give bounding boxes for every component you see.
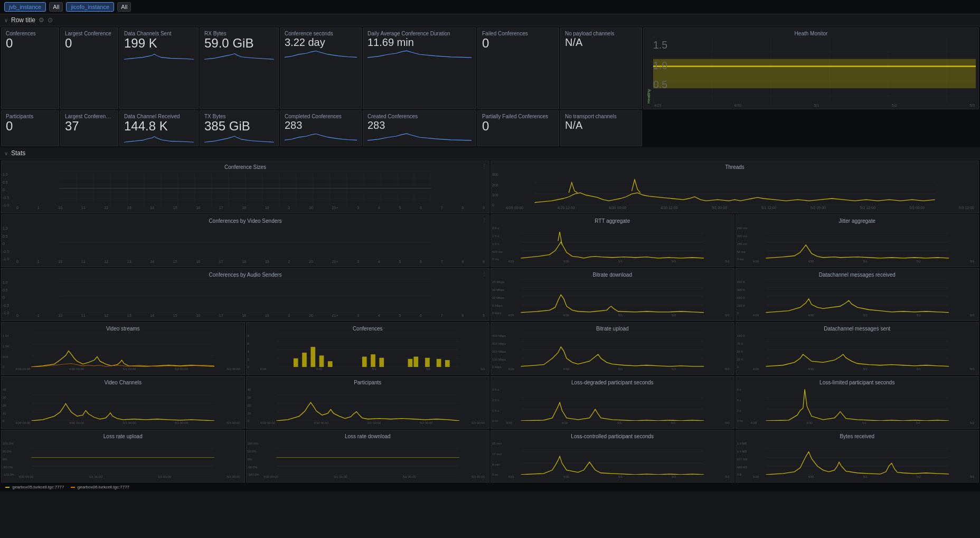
- loss-rate-ul-x-axis: 4/30 00:005/1 00:005/2 00:005/3 00:00: [5, 475, 241, 478]
- threads-x-axis: 4/29 00:004/29 12:004/30 00:004/30 12:00…: [494, 206, 975, 210]
- video-channels-chart: Video Channels 403020100 4/29 00:004/30 …: [1, 376, 245, 429]
- row-info-icon[interactable]: ⊙: [48, 16, 53, 24]
- loss-rate-dl-x-axis: 4/30 00:005/1 00:005/2 00:005/3 00:00: [250, 475, 486, 478]
- jitter-svg: [739, 225, 976, 259]
- video-channels-title: Video Channels: [5, 380, 241, 385]
- jicofo-instance-filter[interactable]: jicofo_instance: [66, 2, 114, 12]
- loss-degraded-y-axis: 3.0 s2.0 s1.0 s0 ns: [492, 388, 499, 422]
- metric-no-transport-channels: No transport channels N/A: [560, 110, 642, 146]
- loss-degraded-svg: [494, 386, 731, 421]
- jitter-chart: Jitter aggregate 200 ms150 ms100 ms50 ms…: [736, 214, 979, 267]
- jvb-instance-filter[interactable]: jvb_instance: [4, 2, 46, 12]
- conferences-time-title: Conferences: [250, 326, 486, 332]
- jitter-title: Jitter aggregate: [739, 218, 976, 224]
- participants-time-y-axis: 403020100: [248, 388, 251, 422]
- jvb-instance-dropdown[interactable]: All: [49, 2, 63, 12]
- loss-degraded-chart: Loss-degraded participant seconds 3.0 s2…: [491, 376, 734, 429]
- metric-completed-conf-label: Completed Conferences: [285, 114, 357, 119]
- video-senders-more-btn[interactable]: ⋮: [482, 217, 487, 223]
- svg-rect-119: [521, 440, 704, 475]
- metric-tx-bytes: TX Bytes 385 GiB: [200, 110, 279, 146]
- metric-no-transport-value: N/A: [565, 119, 637, 131]
- audio-senders-x-axis: 011011121314151617181922021+3456789: [5, 314, 486, 317]
- svg-rect-70: [425, 358, 430, 367]
- metric-data-channels-sent: Data Channels Sent 199 K: [119, 27, 199, 109]
- datachannel-sent-y-axis: 100 K75 K50 K25 K0: [737, 334, 746, 369]
- metric-no-transport-label: No transport channels: [565, 114, 637, 119]
- row-chevron-icon: ∨: [4, 17, 8, 23]
- svg-rect-65: [362, 357, 366, 367]
- bitrate-ul-x-axis: 4/294/305/15/25/3: [494, 367, 731, 371]
- metric-conferences-label: Conferences: [6, 31, 54, 36]
- svg-rect-61: [302, 353, 307, 367]
- video-channels-svg: [5, 386, 241, 421]
- conference-sizes-more-btn[interactable]: ⋮: [482, 163, 487, 169]
- loss-rate-dl-title: Loss rate download: [250, 433, 486, 439]
- metric-participants-value: 0: [6, 119, 54, 133]
- bitrate-ul-y-axis: 400 Mbps300 Mbps200 Mbps100 Mbps0 kbps: [492, 334, 506, 369]
- audio-senders-svg: [5, 279, 486, 313]
- metric-failed-conferences: Failed Conferences 0: [477, 27, 559, 109]
- data-channels-sent-sparkline: [124, 51, 194, 61]
- bytes-received-y-axis: 1.9 MB1.4 MB977 KB488 KB0 B: [737, 442, 748, 476]
- threads-chart: Threads 300 200 100 0: [491, 161, 979, 213]
- participants-time-title: Participants: [250, 380, 486, 385]
- threads-svg: [494, 171, 975, 205]
- conference-sizes-title: Conference Sizes: [5, 164, 486, 170]
- video-senders-svg: [5, 225, 486, 259]
- bitrate-datachannel-row: Bitrate download 25 Mbps20 Mbps10 Mbps5 …: [491, 268, 979, 321]
- metric-partial-fail-label: Partially Failed Conferences: [482, 114, 554, 119]
- legend-dot-2: [71, 487, 75, 488]
- loss-rate-download-chart: Loss rate download 100.0%50.0%0%-50.0%-1…: [246, 430, 490, 483]
- audio-senders-title: Conferences by Audio Senders: [5, 272, 486, 278]
- daily-avg-sparkline: [368, 49, 472, 59]
- loss-limited-chart: Loss-limited participant seconds 6 s4 s2…: [736, 376, 979, 429]
- bytes-received-x-axis: 4/294/305/15/25/3: [739, 475, 976, 478]
- svg-rect-64: [327, 362, 332, 367]
- datachannel-recv-chart: Datachannel messages received 400 K300 K…: [736, 268, 979, 321]
- metric-conf-seconds-label: Conference seconds: [285, 31, 357, 36]
- jicofo-instance-dropdown[interactable]: All: [117, 2, 131, 12]
- conferences-time-svg: [250, 333, 486, 367]
- video-channels-y-axis: 403020100: [3, 388, 6, 422]
- metric-tx-bytes-value: 385 GiB: [204, 119, 274, 133]
- health-monitor-title: Heath Monitor: [646, 31, 976, 36]
- svg-rect-100: [766, 386, 949, 421]
- video-streams-title: Video streams: [5, 326, 241, 332]
- svg-rect-69: [413, 357, 418, 367]
- health-chart-svg: 1.5 1.0 0.5: [653, 36, 976, 103]
- health-x-labels: 4/29 4/30 5/1 5/2 5/3: [653, 103, 976, 107]
- rtt-jitter-row: RTT aggregate 2.0 s1.5 s1.0 s500 ms0 ms: [491, 214, 979, 267]
- audio-senders-more-btn[interactable]: ⋮: [482, 271, 487, 277]
- video-streams-x-axis: 4/29 00:004/30 00:005/1 00:005/2 00:005/…: [5, 367, 241, 371]
- bitrate-dl-title: Bitrate download: [494, 272, 731, 278]
- health-x-label-3: 5/1: [814, 103, 819, 107]
- svg-rect-60: [293, 358, 298, 367]
- video-senders-title: Conferences by Video Senders: [5, 218, 486, 224]
- bitrate-dl-y-axis: 25 Mbps20 Mbps10 Mbps5 Mbps0 kbps: [492, 280, 504, 315]
- audio-senders-y-axis: 1.00.50-0.5-1.0: [3, 280, 9, 315]
- threads-title: Threads: [494, 164, 975, 170]
- metric-participants-label: Participants: [6, 114, 54, 119]
- row-settings-icon[interactable]: ⚙: [39, 16, 44, 24]
- participants-time-x-axis: 4/29 00:004/30 00:005/1 00:005/2 00:005/…: [250, 421, 486, 424]
- loss-limited-x-axis: 4/294/305/15/25/3: [739, 421, 976, 424]
- legend-dot-1: [5, 487, 10, 488]
- legend-item-2: gearbox06.turkcell.tgc:7777: [71, 485, 130, 489]
- datachannel-recv-title: Datachannel messages received: [739, 272, 976, 278]
- metric-data-channel-received: Data Channel Received 144.8 K: [119, 110, 199, 146]
- metric-conference-seconds: Conference seconds 3.22 day: [280, 27, 362, 109]
- metric-created-conferences: Created Conferences 283: [363, 110, 476, 146]
- loss-controlled-title: Loss-controlled participant seconds: [494, 433, 731, 439]
- metric-failed-conf-value: 0: [482, 36, 554, 50]
- threads-y-axis: 300 200 100 0: [492, 173, 498, 207]
- video-streams-chart: Video streams 1.5K1.5K5000 4/29 00:004/3…: [1, 322, 245, 375]
- conferences-time-y-axis: 86420: [248, 334, 249, 369]
- datachannel-recv-y-axis: 400 K300 K200 K100 K0: [737, 280, 746, 315]
- loss-controlled-chart: Loss-controlled participant seconds 25 m…: [491, 430, 734, 483]
- datachannel-sent-chart: Datachannel messages sent 100 K75 K50 K2…: [736, 322, 979, 375]
- video-senders-chart: Conferences by Video Senders ⋮ 1.00.50-0…: [1, 214, 489, 267]
- svg-rect-3: [653, 59, 976, 89]
- datachannel-recv-x-axis: 4/294/305/15/25/3: [739, 314, 976, 317]
- bitrate-ul-svg: [494, 333, 731, 367]
